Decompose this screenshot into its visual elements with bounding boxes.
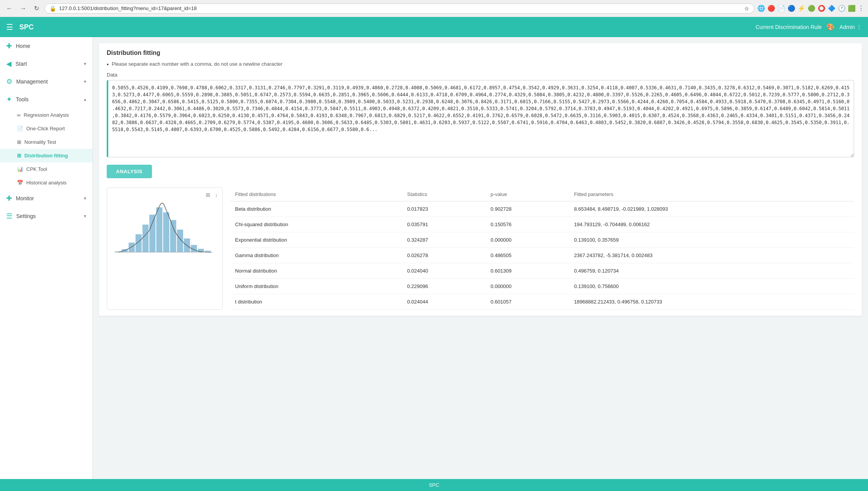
start-chevron-icon: ▾	[84, 61, 86, 66]
admin-area[interactable]: Admin ⋮	[839, 24, 862, 30]
card-title: Distribution fitting	[107, 49, 854, 56]
svg-rect-5	[149, 215, 155, 252]
monitor-chevron-icon: ▾	[84, 196, 86, 201]
cell-distribution: Gamma distribution	[230, 248, 402, 263]
lock-icon: 🔒	[49, 5, 56, 12]
ext-icon-5[interactable]: ⚡	[798, 5, 805, 12]
analysis-results: ⊞ ↓	[107, 188, 854, 310]
svg-text:0.0: 0.0	[115, 253, 119, 254]
results-table: Fitted distributions Statistics p-value …	[230, 188, 854, 310]
table-row: Gamma distribution 0.026278 0.486505 236…	[230, 248, 854, 263]
admin-menu-icon[interactable]: ⋮	[856, 24, 862, 30]
sidebar-item-normality-test[interactable]: ⊞ Normality Test	[0, 135, 92, 149]
app-container: ☰ SPC Current Discrimination Rule 🎨 Admi…	[0, 17, 868, 491]
cell-statistics: 0.024040	[402, 263, 486, 279]
settings-icon: ☰	[6, 212, 12, 220]
app-header: ☰ SPC Current Discrimination Rule 🎨 Admi…	[0, 17, 868, 37]
cell-statistics: 0.024044	[402, 294, 486, 310]
col-distribution: Fitted distributions	[230, 188, 402, 201]
ext-icon-8[interactable]: 🔷	[828, 5, 836, 12]
data-label: Data	[107, 72, 854, 78]
cell-distribution: Uniform distribution	[230, 279, 402, 294]
distribution-icon: ⊞	[17, 153, 21, 159]
chart-tools: ⊞ ↓	[204, 191, 219, 199]
svg-text:0.4: 0.4	[153, 253, 158, 254]
star-icon[interactable]: ☆	[744, 5, 749, 12]
browser-extensions: 🌐 🔴 📄 🔵 ⚡ 🟢 ⭕ 🔷 🕐 🟩 ⋮	[757, 5, 864, 12]
settings-chevron-icon: ▾	[84, 213, 86, 219]
sidebar-item-tools[interactable]: ✦ Tools ▴	[0, 90, 92, 108]
sidebar-item-historical-analysis[interactable]: 📅 Historical analysis	[0, 176, 92, 189]
url-input[interactable]	[59, 5, 741, 11]
header-right: Current Discrimination Rule 🎨 Admin ⋮	[755, 23, 862, 31]
cell-parameters: 2367.243782, -5.381714, 0.002483	[570, 248, 854, 263]
results-table-container: Fitted distributions Statistics p-value …	[230, 188, 854, 310]
svg-rect-2	[129, 243, 135, 252]
ext-icon-1[interactable]: 🌐	[757, 5, 765, 12]
chart-grid-button[interactable]: ⊞	[204, 191, 212, 199]
ext-icon-7[interactable]: ⭕	[818, 5, 825, 12]
report-icon: 📄	[17, 126, 23, 131]
cell-distribution: Beta distribution	[230, 201, 402, 217]
ext-icon-6[interactable]: 🟢	[808, 5, 815, 12]
cpk-label: CPK Tool	[26, 166, 47, 172]
sidebar-item-management[interactable]: ⚙ Management ▾	[0, 73, 92, 90]
cell-pvalue: 0.601309	[486, 263, 570, 279]
cell-parameters: 0.496759, 0.120734	[570, 263, 854, 279]
start-label: Start	[15, 61, 27, 67]
address-bar: 🔒 ☆	[44, 3, 754, 14]
data-textarea[interactable]	[107, 80, 854, 157]
palette-icon[interactable]: 🎨	[826, 23, 835, 31]
hamburger-icon[interactable]: ☰	[6, 22, 13, 32]
normality-label: Normality Test	[24, 139, 56, 145]
distribution-label: Distribution fitting	[24, 153, 68, 159]
sidebar-item-distribution-fitting[interactable]: ⊞ Distribution fitting	[0, 149, 92, 162]
sidebar-item-settings[interactable]: ☰ Settings ▾	[0, 207, 92, 225]
management-label: Management	[16, 78, 48, 85]
forward-button[interactable]: →	[18, 3, 29, 14]
cell-pvalue: 0.000000	[486, 279, 570, 294]
management-chevron-icon: ▾	[84, 79, 86, 84]
cell-pvalue: 0.000000	[486, 232, 570, 248]
sidebar-item-monitor[interactable]: ✚ Monitor ▾	[0, 189, 92, 207]
cell-statistics: 0.035791	[402, 217, 486, 232]
cell-distribution: Normal distribution	[230, 263, 402, 279]
sidebar-item-home[interactable]: ✚ Home	[0, 37, 92, 55]
ext-icon-9[interactable]: 🕐	[838, 5, 846, 12]
home-label: Home	[16, 43, 30, 49]
report-label: One-Click Report	[26, 126, 65, 131]
col-pvalue: p-value	[486, 188, 570, 201]
table-row: Uniform distribution 0.229096 0.000000 0…	[230, 279, 854, 294]
chart-download-button[interactable]: ↓	[213, 191, 219, 199]
ext-icon-10[interactable]: 🟩	[848, 5, 856, 12]
more-extensions-icon[interactable]: ⋮	[858, 5, 864, 12]
svg-text:0.6: 0.6	[172, 253, 177, 254]
ext-icon-2[interactable]: 🔴	[767, 5, 775, 12]
sidebar-item-cpk-tool[interactable]: 📊 CPK Tool	[0, 162, 92, 176]
table-row: t distribution 0.024044 0.601057 1896888…	[230, 294, 854, 310]
cell-statistics: 0.026278	[402, 248, 486, 263]
app-footer: SPC	[0, 479, 868, 491]
browser-bar: ← → ↻ 🔒 ☆ 🌐 🔴 📄 🔵 ⚡ 🟢 ⭕ 🔷 🕐 🟩 ⋮	[0, 0, 868, 17]
chart-container: ⊞ ↓	[107, 188, 223, 310]
cell-pvalue: 0.150576	[486, 217, 570, 232]
cell-distribution: t distribution	[230, 294, 402, 310]
sidebar-item-start[interactable]: ◀ Start ▾	[0, 55, 92, 73]
svg-text:0.2: 0.2	[134, 253, 139, 254]
settings-label: Settings	[16, 213, 36, 219]
sidebar-item-one-click-report[interactable]: 📄 One-Click Report	[0, 122, 92, 135]
main-content: Distribution fitting Please separate eac…	[93, 37, 868, 479]
sidebar-item-regression-analysis[interactable]: ∞ Regression Analysis	[0, 108, 92, 122]
monitor-icon: ✚	[6, 194, 12, 203]
cell-parameters: 194.793129, -0.704489, 0.006162	[570, 217, 854, 232]
cell-pvalue: 0.601057	[486, 294, 570, 310]
normality-icon: ⊞	[17, 139, 21, 145]
reload-button[interactable]: ↻	[32, 3, 41, 14]
analysis-button[interactable]: ANALYSIS	[107, 165, 152, 178]
instruction-text: Please separate each number with a comma…	[107, 61, 854, 67]
ext-icon-4[interactable]: 🔵	[788, 5, 795, 12]
ext-icon-3[interactable]: 📄	[778, 5, 785, 12]
back-button[interactable]: ←	[4, 3, 15, 14]
historical-label: Historical analysis	[26, 180, 67, 186]
monitor-label: Monitor	[16, 195, 34, 201]
